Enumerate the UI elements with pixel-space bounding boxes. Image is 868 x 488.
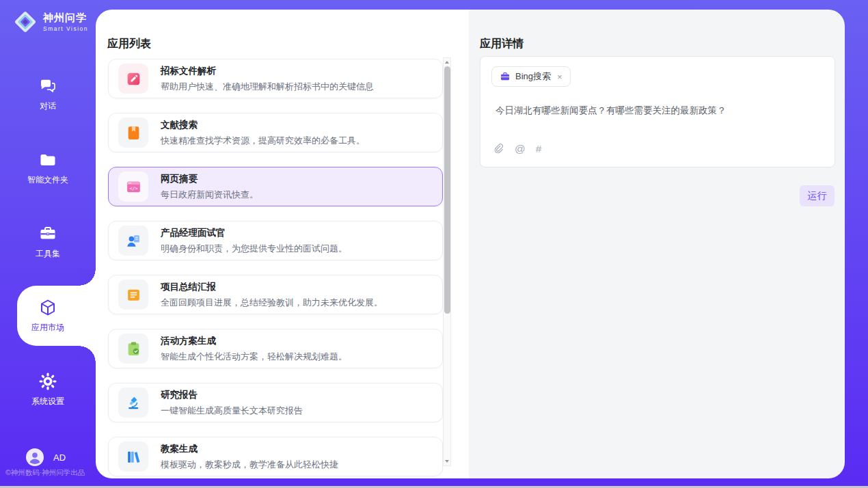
prompt-card[interactable]: Bing搜索 × 今日湖北有哪些新闻要点？有哪些需要关注的最新政策？ @ #: [480, 56, 835, 167]
sidebar-footer: ©神州数码·神州问学出品: [5, 468, 85, 478]
sidebar-item-label: 智能文件夹: [27, 174, 68, 186]
sidebar-item-app-market[interactable]: 应用市场: [0, 279, 96, 353]
books-icon: [125, 448, 142, 465]
gear-icon: [38, 372, 57, 391]
sidebar-item-chat[interactable]: 对话: [0, 57, 96, 131]
at-icon[interactable]: @: [515, 143, 526, 154]
brand-tagline: Smart Vision: [43, 25, 88, 32]
app-icon-tile: [118, 442, 148, 472]
app-detail-panel: 应用详情 Bing搜索 × 今日湖北有哪些新闻要点？有哪些需要关注的最新政策？ …: [469, 10, 845, 478]
app-icon-tile: [118, 280, 148, 310]
sidebar-item-label: 应用市场: [31, 322, 64, 334]
app-name: 教案生成: [161, 443, 338, 455]
app-icon-tile: [118, 388, 148, 418]
tool-chip-label: Bing搜索: [515, 70, 551, 83]
chip-close-icon[interactable]: ×: [557, 72, 562, 82]
toolbox-icon: [38, 224, 57, 243]
doc-edit-icon: [125, 70, 142, 87]
app-name: 研究报告: [161, 389, 303, 401]
microscope-icon: [125, 394, 142, 411]
webpage-icon: </>: [125, 178, 142, 195]
app-list-panel: 应用列表 招标文件解析 帮助用户快速、准确地理解和解析招标书中的关键信息 文献搜…: [96, 10, 469, 478]
app-card[interactable]: 招标文件解析 帮助用户快速、准确地理解和解析招标书中的关键信息: [108, 59, 443, 98]
sidebar-item-label: 对话: [40, 100, 56, 112]
app-card[interactable]: </> 网页摘要 每日政府新闻资讯快查。: [108, 167, 443, 206]
app-icon-tile: [118, 118, 148, 148]
app-name: 文献搜索: [161, 119, 365, 131]
app-desc: 明确身份和职责，为您提供专业性的面试问题。: [161, 243, 347, 255]
app-desc: 帮助用户快速、准确地理解和解析招标书中的关键信息: [161, 81, 374, 93]
scrollbar-down-arrow-icon[interactable]: [444, 457, 450, 465]
app-icon-tile: [118, 334, 148, 364]
app-window: 神州问学 Smart Vision 对话 智能文件夹: [0, 0, 868, 488]
user-initials: AD: [53, 452, 66, 463]
app-name: 活动方案生成: [161, 335, 347, 347]
scrollbar-up-arrow-icon[interactable]: [444, 58, 450, 66]
sidebar-item-label: 工具集: [36, 248, 60, 260]
app-detail-title: 应用详情: [480, 37, 524, 51]
tool-chip-bing[interactable]: Bing搜索 ×: [491, 66, 571, 87]
run-button[interactable]: 运行: [800, 185, 835, 206]
app-icon-tile: [118, 226, 148, 256]
avatar: [26, 448, 44, 466]
app-name: 产品经理面试官: [161, 227, 347, 239]
app-card[interactable]: 文献搜索 快速精准查找学术资源，提高研究效率的必备工具。: [108, 113, 443, 152]
app-desc: 模板驱动，教案秒成，教学准备从此轻松快捷: [161, 459, 338, 471]
app-name: 项目总结汇报: [161, 281, 383, 293]
briefcase-icon: [500, 71, 511, 82]
app-desc: 快速精准查找学术资源，提高研究效率的必备工具。: [161, 135, 365, 147]
prompt-toolbar: @ #: [493, 143, 541, 154]
brand-diamond-icon: [12, 9, 38, 35]
app-card[interactable]: 研究报告 一键智能生成高质量长文本研究报告: [108, 383, 443, 422]
clipboard-check-icon: [125, 340, 142, 357]
hash-icon[interactable]: #: [536, 143, 542, 154]
app-list-title: 应用列表: [107, 37, 151, 51]
paperclip-icon[interactable]: [493, 143, 504, 154]
app-desc: 一键智能生成高质量长文本研究报告: [161, 405, 303, 417]
user-chip[interactable]: AD: [26, 448, 66, 466]
brand-name: 神州问学: [43, 12, 88, 25]
chat-icon: [38, 77, 57, 96]
report-note-icon: [125, 286, 142, 303]
sidebar-item-settings[interactable]: 系统设置: [0, 353, 96, 426]
app-desc: 每日政府新闻资讯快查。: [161, 189, 258, 201]
app-icon-tile: </>: [118, 172, 148, 202]
app-name: 网页摘要: [161, 173, 258, 185]
app-icon-tile: [118, 64, 148, 94]
prompt-input[interactable]: 今日湖北有哪些新闻要点？有哪些需要关注的最新政策？: [496, 104, 821, 118]
sidebar-item-smart-folder[interactable]: 智能文件夹: [0, 131, 96, 205]
brand-logo: 神州问学 Smart Vision: [12, 9, 88, 35]
app-card[interactable]: 项目总结汇报 全面回顾项目进展，总结经验教训，助力未来优化发展。: [108, 275, 443, 314]
scrollbar-thumb[interactable]: [444, 66, 450, 314]
tab-curve-bottom: [79, 346, 96, 362]
app-desc: 智能生成个性化活动方案，轻松解决规划难题。: [161, 351, 347, 363]
app-desc: 全面回顾项目进展，总结经验教训，助力未来优化发展。: [161, 297, 383, 309]
scrollbar[interactable]: [443, 57, 451, 466]
app-card[interactable]: 活动方案生成 智能生成个性化活动方案，轻松解决规划难题。: [108, 329, 443, 368]
sidebar-item-label: 系统设置: [31, 396, 64, 407]
cube-icon: [38, 298, 57, 317]
folder-icon: [38, 150, 57, 170]
app-card-list: 招标文件解析 帮助用户快速、准确地理解和解析招标书中的关键信息 文献搜索 快速精…: [108, 59, 443, 478]
tab-curve-top: [79, 269, 96, 286]
sidebar: 神州问学 Smart Vision 对话 智能文件夹: [0, 0, 96, 488]
interviewer-icon: [125, 232, 142, 249]
sidebar-item-toolset[interactable]: 工具集: [0, 205, 96, 279]
app-name: 招标文件解析: [161, 65, 374, 77]
svg-text:</>: </>: [129, 186, 137, 191]
app-card[interactable]: 产品经理面试官 明确身份和职责，为您提供专业性的面试问题。: [108, 221, 443, 260]
sidebar-nav: 对话 智能文件夹 工具集 应用市场: [0, 57, 96, 426]
app-card[interactable]: 教案生成 模板驱动，教案秒成，教学准备从此轻松快捷: [108, 437, 443, 476]
book-icon: [125, 124, 142, 141]
